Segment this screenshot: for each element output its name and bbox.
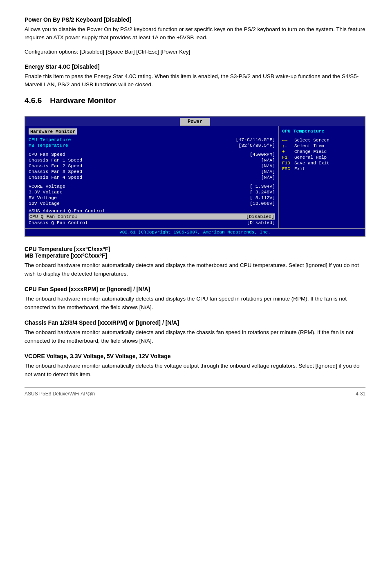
bios-33v-value: [ 3.248V] (250, 189, 275, 195)
voltage-section: VCORE Voltage, 3.3V Voltage, 5V Voltage,… (25, 353, 365, 379)
bios-cpu-temp-label: CPU Temperature (29, 137, 71, 142)
bios-cpu-fan-row: CPU Fan Speed [4500RPM] (29, 152, 275, 157)
bios-chassis3-label: Chassis Fan 3 Speed (29, 169, 82, 174)
bios-chassis-qfan-label: Chassis Q-Fan Control (29, 220, 88, 225)
bios-esc-icon: ESC (282, 166, 294, 171)
bios-chassis3-value: [N/A] (261, 169, 275, 174)
chassis-fan-section: Chassis Fan 1/2/3/4 Speed [xxxxRPM] or [… (25, 319, 365, 346)
page-footer: ASUS P5E3 Deluxe/WiFi-AP@n 4-31 (25, 391, 365, 397)
energy-star-heading: Energy Star 4.0C [Disabled] (25, 63, 365, 70)
bios-key-change-field: +- Change Field (282, 149, 361, 154)
bios-cpu-temp-row: CPU Temperature [47°C/116.5°F] (29, 137, 275, 142)
bios-chassis1-label: Chassis Fan 1 Speed (29, 157, 82, 163)
cpu-mb-temp-section: CPU Temperature [xxxºC/xxxºF]MB Temperat… (25, 246, 365, 278)
bios-chassis1-value: [N/A] (261, 157, 275, 163)
bios-tab-row: Power (25, 117, 365, 126)
bios-chassis4-row: Chassis Fan 4 Speed [N/A] (29, 175, 275, 180)
bios-right-highlight: CPU Temperature (282, 128, 361, 134)
bottom-divider (25, 387, 365, 388)
bios-f10-icon: F10 (282, 161, 294, 166)
power-on-ps2-text2: Configuration options: [Disabled] [Space… (25, 48, 365, 56)
bios-f1-icon: F1 (282, 155, 294, 160)
voltage-heading: VCORE Voltage, 3.3V Voltage, 5V Voltage,… (25, 353, 365, 359)
bios-chassis-qfan-row: Chassis Q-Fan Control [Disabled] (29, 220, 275, 225)
bios-key-esc: ESC Exit (282, 166, 361, 171)
bios-key-select-item: ↑↓ Select Item (282, 144, 361, 148)
bios-right-panel: CPU Temperature ←→ Select Screen ↑↓ Sele… (279, 126, 365, 228)
footer-left: ASUS P5E3 Deluxe/WiFi-AP@n (25, 391, 95, 397)
cpu-fan-heading: CPU Fan Speed [xxxxRPM] or [Ignored] / [… (25, 286, 365, 292)
power-on-ps2-heading: Power On By PS/2 Keyboard [Disabled] (25, 16, 365, 23)
bios-key-legend: ←→ Select Screen ↑↓ Select Item +- Chang… (282, 138, 361, 171)
bios-key-change-field-label: Change Field (294, 149, 327, 154)
bios-mb-temp-value: [32°C/89.5°F] (238, 143, 275, 148)
bios-footer: v02.61 (C)Copyright 1985-2007, American … (25, 228, 365, 236)
bios-left-panel: Hardware Monitor CPU Temperature [47°C/1… (25, 126, 279, 228)
chapter-heading-row: 4.6.6 Hardware Monitor (25, 96, 365, 110)
cpu-mb-temp-heading: CPU Temperature [xxxºC/xxxºF]MB Temperat… (25, 246, 365, 259)
bios-chassis-qfan-value: [Disabled] (247, 220, 275, 225)
bios-key-select-item-label: Select Item (294, 144, 324, 148)
bios-5v-value: [ 5.112V] (250, 195, 275, 200)
bios-12v-value: [12.096V] (250, 201, 275, 206)
bios-vcore-row: VCORE Voltage [ 1.304V] (29, 184, 275, 189)
bios-chassis2-row: Chassis Fan 2 Speed [N/A] (29, 163, 275, 168)
bios-key-f1: F1 General Help (282, 155, 361, 160)
power-on-ps2-section: Power On By PS/2 Keyboard [Disabled] All… (25, 16, 365, 56)
bios-cpu-temp-value: [47°C/116.5°F] (235, 137, 275, 142)
bios-12v-label: 12V Voltage (29, 201, 60, 206)
bios-plusminus-icon: +- (282, 149, 294, 154)
bios-section-title: Hardware Monitor (29, 128, 77, 135)
chassis-fan-text: The onboard hardware monitor automatical… (25, 328, 365, 346)
bios-screenshot: Power Hardware Monitor CPU Temperature [… (25, 116, 365, 237)
bios-33v-row: 3.3V Voltage [ 3.248V] (29, 189, 275, 195)
bios-chassis1-row: Chassis Fan 1 Speed [N/A] (29, 157, 275, 163)
bios-vcore-value: [ 1.304V] (250, 184, 275, 189)
bios-chassis3-row: Chassis Fan 3 Speed [N/A] (29, 169, 275, 174)
bios-cpu-qfan-label: CPU Q-Fan Control (29, 214, 77, 219)
bios-cpu-qfan-row: CPU Q-Fan Control [Disabled] (29, 213, 275, 220)
bios-chassis2-label: Chassis Fan 2 Speed (29, 163, 82, 168)
bios-content: Hardware Monitor CPU Temperature [47°C/1… (25, 126, 365, 228)
bios-key-f1-label: General Help (294, 155, 327, 160)
bios-cpu-fan-value: [4500RPM] (250, 152, 275, 157)
bios-key-select-screen: ←→ Select Screen (282, 138, 361, 143)
bios-arrows-lr-icon: ←→ (282, 138, 294, 143)
bios-cpu-qfan-value: [Disabled] (246, 214, 274, 219)
bios-chassis2-value: [N/A] (261, 163, 275, 168)
bios-vcore-label: VCORE Voltage (29, 184, 65, 189)
footer-right: 4-31 (356, 391, 365, 397)
chapter-number: 4.6.6 (25, 96, 42, 105)
bios-chassis4-label: Chassis Fan 4 Speed (29, 175, 82, 180)
bios-chassis4-value: [N/A] (261, 175, 275, 180)
energy-star-section: Energy Star 4.0C [Disabled] Enable this … (25, 63, 365, 89)
bios-12v-row: 12V Voltage [12.096V] (29, 201, 275, 206)
bios-key-f10-label: Save and Exit (294, 161, 329, 166)
cpu-fan-text: The onboard hardware monitor automatical… (25, 295, 365, 312)
bios-5v-label: 5V Voltage (29, 195, 57, 200)
bios-qfan-header: ASUS Advanced Q-Fan Control (29, 208, 275, 213)
bios-mb-temp-row: MB Temperature [32°C/89.5°F] (29, 143, 275, 148)
bios-tab-power: Power (180, 118, 210, 126)
voltage-text: The onboard hardware monitor automatical… (25, 362, 365, 379)
bios-mb-temp-label: MB Temperature (29, 143, 68, 148)
bios-key-select-screen-label: Select Screen (294, 138, 329, 143)
bios-5v-row: 5V Voltage [ 5.112V] (29, 195, 275, 200)
bios-arrows-ud-icon: ↑↓ (282, 144, 294, 148)
chassis-fan-heading: Chassis Fan 1/2/3/4 Speed [xxxxRPM] or [… (25, 319, 365, 326)
cpu-fan-section: CPU Fan Speed [xxxxRPM] or [Ignored] / [… (25, 286, 365, 312)
bios-cpu-fan-label: CPU Fan Speed (29, 152, 65, 157)
chapter-title: Hardware Monitor (50, 96, 116, 105)
power-on-ps2-text1: Allows you to disable the Power On by PS… (25, 25, 365, 42)
cpu-mb-temp-text: The onboard hardware monitor automatical… (25, 261, 365, 278)
bios-33v-label: 3.3V Voltage (29, 189, 63, 195)
bios-key-esc-label: Exit (294, 166, 305, 171)
bios-key-f10: F10 Save and Exit (282, 161, 361, 166)
energy-star-text: Enable this item to pass the Energy Star… (25, 72, 365, 89)
